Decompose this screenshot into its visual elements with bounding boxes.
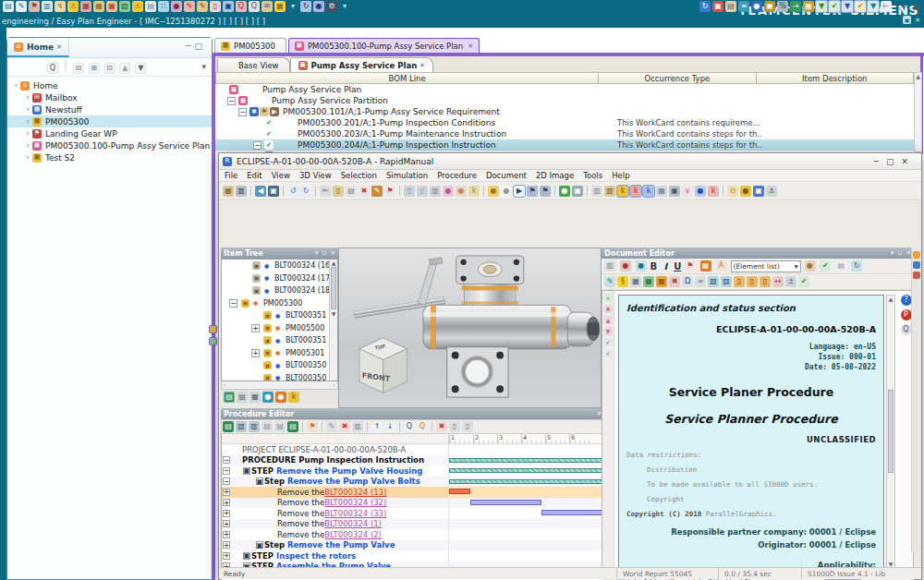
expand-box[interactable]: + bbox=[251, 349, 260, 357]
table-row[interactable]: − ▣ Pump Assy Service Partition bbox=[215, 95, 915, 106]
font-color-icon[interactable]: A bbox=[716, 260, 727, 272]
gantt-cell[interactable] bbox=[449, 465, 612, 477]
mark-icon[interactable]: ✎ bbox=[371, 186, 383, 197]
italic-button[interactable]: I bbox=[660, 261, 672, 272]
procedure-row[interactable]: + Remove the BLT000324 (13) bbox=[222, 487, 612, 498]
insert-orange-icon[interactable]: ▦ bbox=[656, 276, 667, 287]
gantt-bar[interactable] bbox=[470, 500, 541, 505]
ok-icon[interactable]: ✔ bbox=[604, 338, 613, 346]
item-tree-row[interactable]: + ▣ ● PM005301 bbox=[222, 347, 337, 360]
expand-box[interactable]: − bbox=[227, 97, 236, 105]
copy-page-icon[interactable]: ▥ bbox=[430, 186, 441, 197]
key-red-icon[interactable]: k bbox=[630, 186, 641, 197]
copy2-icon[interactable]: ▥ bbox=[591, 186, 602, 197]
gantt-cell[interactable] bbox=[449, 550, 612, 562]
gantt-bar[interactable] bbox=[449, 458, 612, 463]
fastview-view-icon[interactable] bbox=[209, 337, 217, 345]
procedure-row[interactable]: + ▣ STEP Inspect the rotors bbox=[222, 550, 612, 562]
viewport-3d[interactable]: FRONT TOP bbox=[338, 248, 602, 408]
flag-orange-icon[interactable]: ⚑ bbox=[307, 421, 318, 432]
anchor-icon[interactable]: ⚓ bbox=[766, 186, 777, 197]
expand-box[interactable]: + bbox=[223, 499, 230, 506]
procedure-row[interactable]: − ▣ Step Remove the Pump Valve Bolts bbox=[222, 477, 612, 488]
procedure-row[interactable]: + Remove the BLT000324 (33) bbox=[222, 508, 612, 519]
inbox-icon[interactable]: ✉ bbox=[261, 1, 273, 12]
scale-icon[interactable]: ± bbox=[785, 276, 796, 287]
user-tan-icon[interactable]: ● bbox=[456, 186, 467, 197]
clipboard-icon[interactable]: ▤ bbox=[725, 1, 736, 12]
menu-item[interactable]: Edit bbox=[247, 171, 261, 180]
play-ball-icon[interactable]: ● bbox=[559, 186, 570, 197]
page-icon[interactable]: ▤ bbox=[346, 186, 357, 197]
structure-icon[interactable]: ≡ bbox=[738, 1, 749, 12]
ring-gold-icon[interactable]: ⊙ bbox=[727, 186, 738, 197]
window-controls[interactable]: ─▢✕ bbox=[874, 157, 916, 166]
expand-arrow-icon[interactable]: › bbox=[23, 105, 32, 114]
egg-white-icon[interactable]: ● bbox=[501, 186, 512, 197]
expand-box[interactable]: − bbox=[223, 477, 230, 485]
table-row[interactable]: ▣ Pump Assy Service Plan bbox=[215, 84, 915, 95]
expand-arrow-icon[interactable]: › bbox=[23, 153, 32, 162]
menu-item[interactable]: 2D Image bbox=[536, 171, 574, 180]
gantt-cell[interactable] bbox=[449, 444, 612, 455]
delete-red-icon[interactable]: ✖ bbox=[339, 421, 350, 432]
color-grid-icon[interactable]: ▦ bbox=[700, 260, 711, 272]
document-vscrollbar[interactable]: ▲▼ bbox=[886, 295, 895, 568]
check-yellow-icon[interactable]: ✔ bbox=[855, 1, 866, 12]
preview-icon[interactable]: Q bbox=[901, 324, 912, 335]
hierarchy-icon[interactable]: ⊢ bbox=[881, 1, 892, 12]
expand-arrow-icon[interactable]: › bbox=[23, 93, 32, 102]
zoom-out-icon[interactable]: Q bbox=[417, 421, 428, 432]
item-tree-row[interactable]: ▣ ● BLT000350 ( bbox=[222, 372, 337, 382]
gantt-bar[interactable] bbox=[449, 479, 612, 484]
item-tree-row[interactable]: ▣ ● BLT000324 (16) bbox=[222, 260, 337, 272]
gantt-bar[interactable] bbox=[449, 489, 470, 494]
panel-orange-icon[interactable] bbox=[913, 251, 920, 259]
separator[interactable] bbox=[483, 186, 484, 196]
tab-close-icon[interactable]: ✕ bbox=[56, 43, 62, 51]
pdf-icon[interactable]: P bbox=[901, 309, 912, 320]
doc-gray2-icon[interactable]: ▤ bbox=[274, 421, 286, 432]
team-icon[interactable]: ● bbox=[171, 1, 182, 12]
search-icon[interactable]: Q bbox=[249, 1, 260, 12]
item-tree-row[interactable]: − ▣ ● PM005300 bbox=[222, 297, 337, 310]
folders-icon[interactable]: ▦ bbox=[93, 1, 104, 12]
view-window-controls[interactable]: ▽─▣ bbox=[896, 3, 922, 11]
separator[interactable] bbox=[587, 186, 588, 196]
table-row[interactable]: − ✱ ⚑ ▶ PM005300.101/A;1-Pump Assy Servi… bbox=[215, 106, 915, 117]
expand-sel-icon[interactable]: ⊡ bbox=[104, 63, 116, 74]
menu-item[interactable]: Document bbox=[486, 171, 527, 180]
edit-check-icon[interactable]: ✎ bbox=[604, 276, 615, 287]
sync-icon[interactable]: ↻ bbox=[699, 1, 711, 12]
copy-doc-icon[interactable]: ▥ bbox=[42, 1, 53, 12]
procedure-row[interactable]: − PROCEDURE Pump Inspection Instruction bbox=[222, 455, 612, 466]
expand-box[interactable]: − bbox=[238, 108, 247, 116]
item-tree-row[interactable]: ▣ ● BLT000351 ( bbox=[222, 309, 337, 322]
column-header-bom-line[interactable]: BOM Line bbox=[215, 72, 599, 84]
procedure-row[interactable]: + Remove the BLT000324 (32) bbox=[222, 498, 612, 509]
user-go-icon[interactable]: ● bbox=[751, 1, 762, 12]
gantt-bar[interactable] bbox=[449, 468, 612, 473]
column-header-occurrence-type[interactable]: Occurrence Type bbox=[599, 72, 756, 84]
user-teal-icon[interactable]: ● bbox=[636, 260, 647, 272]
item-tree-hscrollbar[interactable]: ‹› bbox=[221, 381, 338, 390]
up-icon[interactable]: ▲ bbox=[604, 316, 613, 324]
search-red-icon[interactable]: Q bbox=[236, 1, 247, 12]
open-icon[interactable]: ▦ bbox=[223, 186, 234, 197]
add-icon[interactable]: + bbox=[604, 294, 613, 302]
panel-blue-icon[interactable] bbox=[913, 261, 920, 269]
material-tab-icon[interactable]: ● bbox=[275, 392, 286, 403]
view-tab-close-icon[interactable]: ✕ bbox=[419, 62, 425, 69]
up-arrow-icon[interactable]: ▲ bbox=[119, 63, 130, 74]
key-icon[interactable]: k bbox=[468, 186, 480, 197]
send-icon[interactable]: → bbox=[790, 1, 801, 12]
gantt-cell[interactable] bbox=[449, 455, 612, 466]
key-tab-icon[interactable]: k bbox=[288, 392, 299, 403]
tree-tab-icon[interactable]: ▤ bbox=[224, 392, 235, 403]
table-row[interactable]: ✔ PM005300.203/A;1-Pump Maintenance Inst… bbox=[215, 128, 915, 139]
expand-arrow-icon[interactable]: › bbox=[23, 129, 32, 138]
panel-menu-icon[interactable]: ▾ bbox=[891, 249, 894, 257]
tree-blue-icon[interactable]: ▼ bbox=[842, 1, 853, 12]
expand-box[interactable]: − bbox=[223, 456, 230, 464]
tab1-icon[interactable]: ▯ bbox=[734, 276, 745, 287]
